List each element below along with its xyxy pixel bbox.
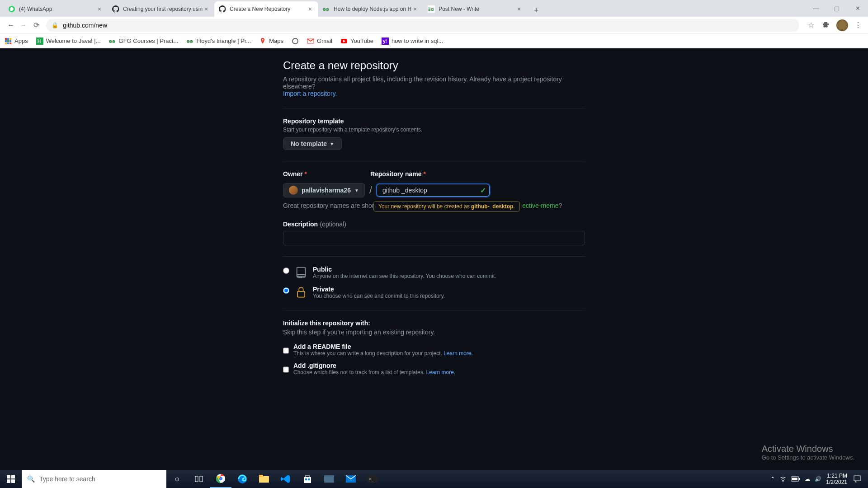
owner-dropdown[interactable]: pallavisharma26 ▼ [283, 183, 365, 197]
new-tab-button[interactable]: + [530, 4, 542, 17]
page-subtitle: A repository contains all project files,… [283, 75, 585, 97]
extensions-icon[interactable] [821, 20, 832, 31]
bookmark-java[interactable]: HWelcome to Java! |... [36, 38, 101, 45]
tab-deploy-node[interactable]: ǝɘ How to deploy Node.js app on H × [318, 1, 423, 17]
close-icon[interactable]: × [203, 5, 210, 13]
forward-button[interactable]: → [17, 19, 30, 32]
explorer-taskbar-icon[interactable] [253, 470, 275, 488]
close-window-button[interactable]: ✕ [847, 0, 868, 17]
tab-title: Post New - Write [439, 6, 515, 12]
gfg-icon: ǝɘ [187, 38, 194, 45]
ring-icon [292, 38, 299, 45]
tab-title: Creating your first repository usin [123, 6, 203, 12]
readme-checkbox[interactable] [283, 345, 289, 357]
reload-button[interactable]: ⟳ [30, 19, 42, 32]
close-icon[interactable]: × [307, 5, 314, 13]
bookmark-maps[interactable]: Maps [259, 38, 283, 45]
back-button[interactable]: ← [5, 19, 17, 32]
tab-whatsapp[interactable]: (4) WhatsApp × [4, 1, 108, 17]
yahoo-icon: y! [382, 38, 389, 45]
gfg-icon: ƎG [428, 5, 435, 13]
star-icon[interactable]: ☆ [806, 20, 816, 31]
readme-label: Add a README file [293, 343, 473, 350]
cortana-button[interactable]: ○ [166, 470, 188, 488]
slash-separator: / [369, 184, 372, 196]
svg-rect-20 [195, 476, 198, 482]
gmail-icon [307, 38, 314, 45]
tab-title: (4) WhatsApp [19, 6, 96, 12]
chrome-taskbar-icon[interactable] [210, 470, 231, 488]
whatsapp-icon [8, 5, 15, 13]
svg-rect-27 [304, 477, 311, 483]
menu-icon[interactable]: ⋮ [853, 20, 863, 31]
svg-rect-30 [308, 479, 310, 480]
chevron-down-icon: ▼ [330, 141, 334, 146]
repo-name-input[interactable] [377, 184, 490, 197]
bookmark-floyd[interactable]: ǝɘFloyd's triangle | Pr... [187, 38, 251, 45]
clock[interactable]: 1:21 PM 1/2/2021 [826, 473, 847, 486]
bookmark-gmail[interactable]: Gmail [307, 38, 332, 45]
description-input[interactable] [283, 231, 585, 245]
maps-icon [259, 38, 266, 45]
svg-rect-38 [792, 478, 797, 480]
vscode-taskbar-icon[interactable] [275, 470, 297, 488]
volume-icon[interactable]: 🔊 [815, 476, 821, 482]
tab-title: How to deploy Node.js app on H [334, 6, 411, 12]
template-dropdown[interactable]: No template ▼ [283, 137, 342, 150]
notification-icon[interactable] [852, 474, 863, 484]
apps-bookmark[interactable]: Apps [5, 38, 28, 45]
public-radio[interactable] [283, 267, 289, 274]
minimize-button[interactable]: — [806, 0, 826, 17]
bookmarks-bar: Apps HWelcome to Java! |... ǝɘGFG Course… [0, 34, 868, 48]
taskbar: 🔍 Type here to search ○ >_ ⌃ ☁ 🔊 1:21 PM… [0, 470, 868, 488]
svg-rect-37 [799, 478, 800, 480]
chevron-down-icon: ▼ [354, 188, 359, 193]
battery-icon[interactable] [791, 476, 800, 482]
divider [283, 161, 585, 161]
svg-rect-25 [259, 476, 269, 483]
owner-avatar [289, 186, 298, 195]
url-field[interactable]: 🔒 github.com/new [46, 19, 799, 32]
learn-more-link[interactable]: Learn more. [426, 369, 455, 375]
mail-taskbar-icon[interactable] [340, 470, 362, 488]
apps-icon [5, 38, 12, 45]
svg-point-35 [783, 481, 783, 482]
import-link[interactable]: Import a repository. [283, 90, 337, 97]
cloud-icon[interactable]: ☁ [805, 476, 810, 482]
bookmark-youtube[interactable]: YouTube [340, 38, 373, 45]
svg-rect-39 [854, 476, 860, 481]
start-button[interactable] [0, 470, 22, 488]
learn-more-link[interactable]: Learn more. [443, 350, 473, 357]
gfg-icon: ǝɘ [323, 5, 330, 13]
public-hint: Anyone on the internet can see this repo… [313, 273, 496, 279]
task-view-button[interactable] [188, 470, 210, 488]
close-icon[interactable]: × [411, 5, 419, 13]
store-taskbar-icon[interactable] [297, 470, 318, 488]
terminal-taskbar-icon[interactable]: >_ [362, 470, 383, 488]
tab-creating-repo[interactable]: Creating your first repository usin × [108, 1, 214, 17]
maximize-button[interactable]: ▢ [826, 0, 847, 17]
bookmark-ring[interactable] [292, 38, 299, 45]
profile-avatar[interactable] [836, 19, 848, 31]
bookmark-gfg-courses[interactable]: ǝɘGFG Courses | Pract... [109, 38, 179, 45]
gitignore-checkbox[interactable] [283, 364, 289, 375]
github-icon [112, 5, 119, 13]
app-taskbar-icon[interactable] [318, 470, 340, 488]
svg-rect-19 [11, 479, 15, 483]
private-radio[interactable] [283, 287, 289, 294]
bookmark-label: Gmail [317, 38, 332, 44]
svg-rect-29 [305, 479, 307, 480]
tab-create-repo[interactable]: Create a New Repository × [214, 1, 318, 17]
close-icon[interactable]: × [96, 5, 103, 13]
svg-text:ǝɘ: ǝɘ [323, 6, 329, 12]
template-label: Repository template [283, 117, 585, 125]
youtube-icon [340, 38, 348, 45]
tray-chevron-icon[interactable]: ⌃ [770, 476, 775, 482]
close-icon[interactable]: × [515, 5, 523, 13]
edge-taskbar-icon[interactable] [231, 470, 253, 488]
search-input[interactable]: 🔍 Type here to search [22, 470, 166, 488]
wifi-icon[interactable] [779, 475, 787, 483]
svg-rect-15 [297, 291, 305, 297]
bookmark-sql[interactable]: y!how to write in sql... [382, 38, 443, 45]
tab-post-new[interactable]: ƎG Post New - Write × [423, 1, 527, 17]
